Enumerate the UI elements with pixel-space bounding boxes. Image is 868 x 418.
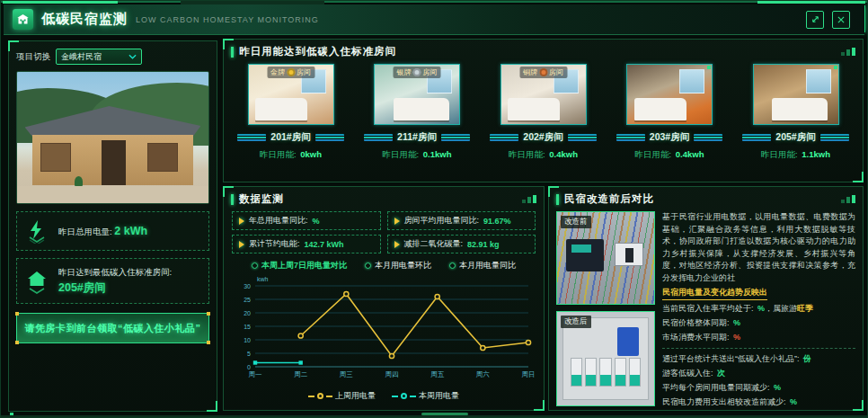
room-name-row: 203#房间 <box>616 131 722 144</box>
kpi-grid: 年总用电量同比: % 房间平均用电量同比: 91.67% 累计节约电能: 142… <box>224 209 544 253</box>
room-name: 202#房间 <box>523 131 562 144</box>
tab-month-yoy[interactable]: 本月用电量同比 <box>449 260 516 271</box>
thumb-window <box>806 69 831 93</box>
metric-value: 次 <box>717 369 725 378</box>
close-button[interactable] <box>832 11 850 29</box>
room-energy: 昨日用能: 0.4kwh <box>509 149 578 161</box>
tab-label: 本周上周7日用电量对比 <box>261 260 347 271</box>
room-name: 211#房间 <box>397 131 437 144</box>
room-energy-value: 0.4kwh <box>676 149 704 159</box>
metric-line: 民宿价格整体同期: % <box>662 316 855 331</box>
room-badge: 铜牌 房间 <box>519 67 567 78</box>
metric-label: 市场消费水平同期: <box>662 333 730 342</box>
deco-lines-icon <box>742 134 771 141</box>
photo-building-door <box>102 140 127 185</box>
occupancy-value: % <box>757 304 765 313</box>
deco-lines-icon <box>694 134 722 141</box>
gateway-art <box>617 327 639 356</box>
title-accent-bar <box>231 194 234 205</box>
svg-text:25: 25 <box>244 297 251 303</box>
metric-value: % <box>774 383 781 392</box>
compare-paragraph: 基于民宿行业用电数据，以用电量数据、电费数据为基础，汇聚融合政务等信息，利用大数… <box>662 211 855 284</box>
kpi-label: 减排二氧化碳量: <box>404 238 464 250</box>
room-badge: 银牌 房间 <box>394 67 441 78</box>
metric-label: 民宿电力费用支出相较改造前减少: <box>662 397 786 406</box>
data-panel-title-row: 数据监测 <box>224 187 544 209</box>
room-energy-label: 昨日用能: <box>509 149 545 159</box>
room-name-row: 202#房间 <box>490 131 596 144</box>
svg-text:周五: 周五 <box>430 370 445 378</box>
gift-banner-text: 请凭房卡到前台领取“低碳入住小礼品” <box>25 322 201 335</box>
metric-label: 平均每个房间用电量同期减少: <box>662 383 770 392</box>
low-carbon-rooms-panel: 昨日用能达到低碳入住标准房间 金牌 房间 201#房间 <box>223 39 864 182</box>
deco-lines-icon <box>616 134 645 141</box>
expand-button[interactable] <box>806 11 824 29</box>
homestay-photo <box>16 71 209 204</box>
svg-text:kwh: kwh <box>257 276 269 282</box>
medal-icon <box>413 68 421 76</box>
room-energy-value: 0.1kwh <box>423 149 452 159</box>
old-meter-art <box>566 239 604 271</box>
before-label: 改造前 <box>561 216 591 228</box>
deco-lines-icon <box>237 134 266 141</box>
chart-legend: 上周用电量本周用电量 <box>224 390 544 402</box>
room-card[interactable]: 203#房间 昨日用能: 0.4kwh <box>610 64 729 161</box>
svg-text:5: 5 <box>247 351 251 357</box>
yesterday-energy-stat: 昨日总用电量: 2 kWh <box>16 211 209 251</box>
kpi-value: 91.67% <box>483 217 511 226</box>
room-energy: 昨日用能: 1.1kwh <box>761 149 830 161</box>
play-arrow-icon <box>239 218 244 225</box>
thumb-bed <box>255 98 307 120</box>
room-card[interactable]: 银牌 房间 211#房间 昨日用能: 0.1kwh <box>358 64 476 161</box>
compare-panel-title: 民宿改造前后对比 <box>564 192 654 206</box>
bottom-frame-line <box>1 415 867 417</box>
kpi-value: 82.91 kg <box>467 240 500 249</box>
kpi-annual-yoy: 年总用电量同比: % <box>232 211 381 230</box>
corner-pixel <box>834 66 837 69</box>
project-select[interactable]: 金峨村民宿 <box>56 49 142 65</box>
yesterday-energy-label: 昨日总用电量: <box>58 227 112 236</box>
room-cards-row: 金牌 房间 201#房间 昨日用能: 0kwh <box>224 64 863 161</box>
metric-line: 游客低碳入住: 次 <box>662 367 855 381</box>
project-select-value: 金峨村民宿 <box>61 51 102 63</box>
lightning-icon <box>24 218 49 244</box>
room-card[interactable]: 金牌 房间 201#房间 昨日用能: 0kwh <box>232 64 350 161</box>
footer-scrollbar[interactable] <box>421 413 468 415</box>
play-arrow-icon <box>394 218 400 225</box>
room-name: 201#房间 <box>270 131 310 144</box>
room-card[interactable]: 铜牌 房间 202#房间 昨日用能: 0.4kwh <box>484 64 603 161</box>
expand-icon <box>810 14 820 24</box>
data-monitor-panel: 数据监测 年总用电量同比: % 房间平均用电量同比: 91.67% 累计节约电能… <box>223 186 545 411</box>
deco-lines-icon <box>490 134 518 141</box>
breaker-art <box>615 243 643 266</box>
badge-right-text: 房间 <box>423 67 438 77</box>
top-frame-segment-left <box>3 1 118 4</box>
tab-month-mom[interactable]: 本月用电量环比 <box>365 260 431 271</box>
room-card[interactable]: 205#房间 昨日用能: 1.1kwh <box>737 64 855 161</box>
dashboard-screen: 低碳民宿监测 LOW CARBON HOMESTAY MONITORING 项目… <box>0 0 868 418</box>
room-energy: 昨日用能: 0.4kwh <box>635 149 704 161</box>
tab-label: 本月用电量环比 <box>375 260 431 271</box>
compare-highlight-line: 民宿用电量及变化趋势反映出 <box>662 287 767 300</box>
legend-item[interactable]: 本周用电量 <box>392 390 459 402</box>
top-frame-line <box>1 1 867 3</box>
project-panel: 项目切换 金峨村民宿 <box>8 40 217 412</box>
compare-panel-title-row: 民宿改造前后对比 <box>549 187 863 209</box>
house-icon <box>24 269 49 294</box>
svg-text:周一: 周一 <box>249 370 263 378</box>
best-room-text: 昨日达到最低碳入住标准房间: 205#房间 <box>58 265 172 297</box>
radio-ring-icon <box>365 262 371 269</box>
project-switch-row: 项目切换 金峨村民宿 <box>16 49 209 65</box>
metric-value: % <box>790 397 797 406</box>
metric-line: 市场消费水平同期: % <box>662 331 855 345</box>
radio-ring-icon <box>449 262 456 269</box>
weekly-chart[interactable]: 051015202530kwh周一周二周三周四周五周六周日 <box>228 273 539 390</box>
legend-item[interactable]: 上周用电量 <box>308 390 376 402</box>
header-bar: 低碳民宿监测 LOW CARBON HOMESTAY MONITORING <box>4 4 864 35</box>
occupancy-line: 当前民宿入住率平均处于: %，属旅游旺季 <box>662 302 855 316</box>
svg-text:10: 10 <box>244 337 251 343</box>
photo-building-window <box>147 143 178 172</box>
tab-week-compare[interactable]: 本周上周7日用电量对比 <box>252 260 347 271</box>
metric-value: 份 <box>803 354 811 363</box>
compare-photos: 改造前 改造后 <box>556 211 655 409</box>
